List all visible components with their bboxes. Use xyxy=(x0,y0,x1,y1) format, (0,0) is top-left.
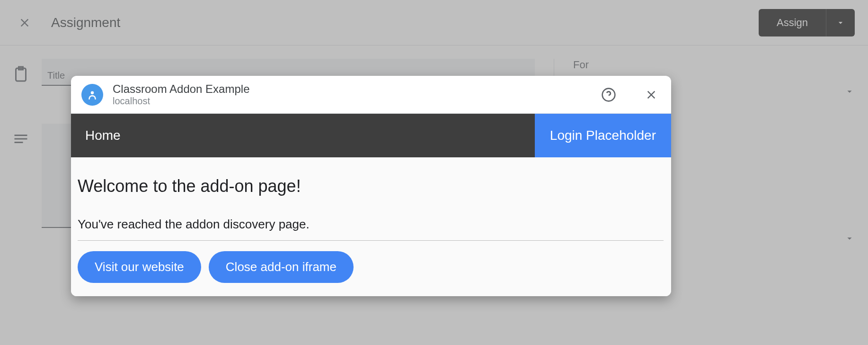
close-icon[interactable] xyxy=(642,85,661,104)
close-iframe-button[interactable]: Close add-on iframe xyxy=(209,251,354,283)
nav-home-tab[interactable]: Home xyxy=(71,114,535,157)
modal-subtitle: localhost xyxy=(113,96,590,107)
nav-login-tab[interactable]: Login Placeholder xyxy=(535,114,671,157)
modal-title: Classroom Addon Example xyxy=(113,82,590,96)
visit-website-button[interactable]: Visit our website xyxy=(78,251,201,283)
welcome-heading: Welcome to the add-on page! xyxy=(78,176,664,196)
modal-header: Classroom Addon Example localhost xyxy=(71,76,671,113)
modal-header-actions xyxy=(599,85,661,104)
modal-title-group: Classroom Addon Example localhost xyxy=(113,82,590,107)
welcome-text: You've reached the addon discovery page. xyxy=(78,217,664,241)
addon-content: Welcome to the add-on page! You've reach… xyxy=(71,157,671,283)
action-buttons: Visit our website Close add-on iframe xyxy=(78,251,664,283)
addon-nav: Home Login Placeholder xyxy=(71,114,671,157)
svg-point-1 xyxy=(91,91,94,94)
modal-body: Home Login Placeholder Welcome to the ad… xyxy=(71,113,671,296)
help-icon[interactable] xyxy=(599,85,618,104)
addon-modal: Classroom Addon Example localhost Home L… xyxy=(71,76,671,296)
addon-icon xyxy=(81,84,103,106)
